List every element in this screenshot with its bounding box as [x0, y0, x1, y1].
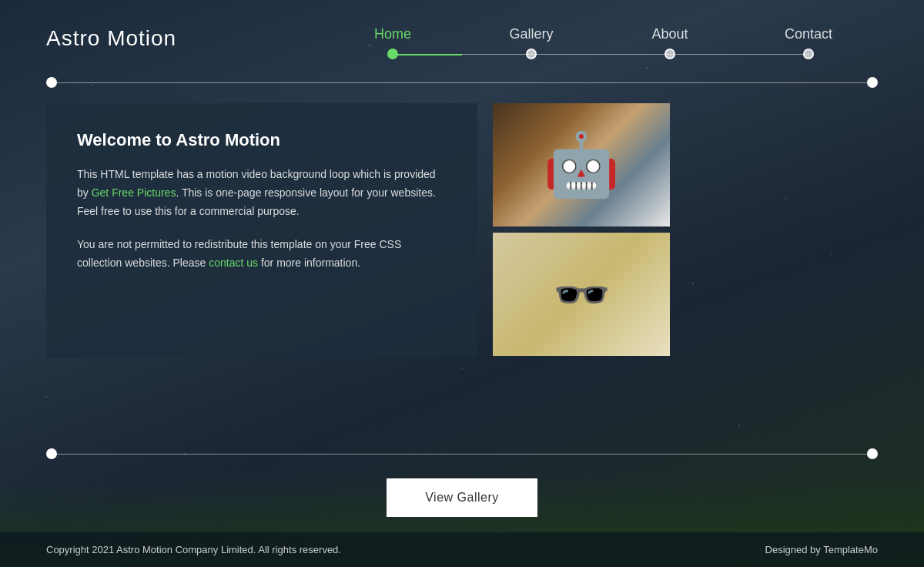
- view-gallery-button[interactable]: View Gallery: [387, 478, 537, 517]
- header: Astro Motion Home Gallery About Contact: [0, 0, 924, 77]
- footer-copyright: Copyright 2021 Astro Motion Company Limi…: [46, 544, 341, 555]
- nav-link-home[interactable]: Home: [374, 26, 411, 49]
- nav-active-line: [393, 54, 462, 55]
- nav-items: Home Gallery About Contact: [323, 26, 878, 59]
- progress-dot-left: [46, 77, 57, 88]
- get-free-pictures-link[interactable]: Get Free Pictures: [92, 186, 176, 199]
- top-progress-bar-section: [0, 77, 924, 88]
- nav-link-gallery[interactable]: Gallery: [509, 26, 553, 49]
- top-progress-bar: [46, 77, 878, 88]
- progress-bar-line-bottom: [57, 454, 867, 455]
- main-nav: Home Gallery About Contact: [200, 18, 878, 59]
- progress-dot-right: [867, 77, 878, 88]
- page-wrapper: Astro Motion Home Gallery About Contact: [0, 0, 924, 567]
- image-glasses: [493, 233, 670, 356]
- content-paragraph-1: This HTML template has a motion video ba…: [77, 166, 447, 220]
- paragraph2-after: for more information.: [258, 257, 360, 269]
- site-title: Astro Motion: [46, 26, 200, 51]
- bottom-progress-dot-right: [867, 448, 878, 459]
- progress-bar-line-top: [57, 82, 867, 83]
- main-content: Welcome to Astro Motion This HTML templa…: [0, 103, 924, 437]
- images-panel: [493, 103, 670, 356]
- bottom-progress-dot-left: [46, 448, 57, 459]
- image-robot: [493, 103, 670, 226]
- footer: Copyright 2021 Astro Motion Company Limi…: [0, 532, 924, 567]
- content-panel: Welcome to Astro Motion This HTML templa…: [46, 103, 477, 357]
- button-section: View Gallery: [0, 471, 924, 532]
- contact-us-link[interactable]: contact us: [209, 257, 258, 269]
- content-heading: Welcome to Astro Motion: [77, 130, 447, 150]
- content-paragraph-2: You are not permitted to redistribute th…: [77, 236, 447, 273]
- nav-link-contact[interactable]: Contact: [785, 26, 832, 49]
- nav-link-about[interactable]: About: [651, 26, 688, 49]
- bottom-progress-bar-section: [0, 437, 924, 471]
- footer-credit: Designed by TemplateMo: [765, 544, 878, 555]
- bottom-progress-bar: [46, 448, 878, 459]
